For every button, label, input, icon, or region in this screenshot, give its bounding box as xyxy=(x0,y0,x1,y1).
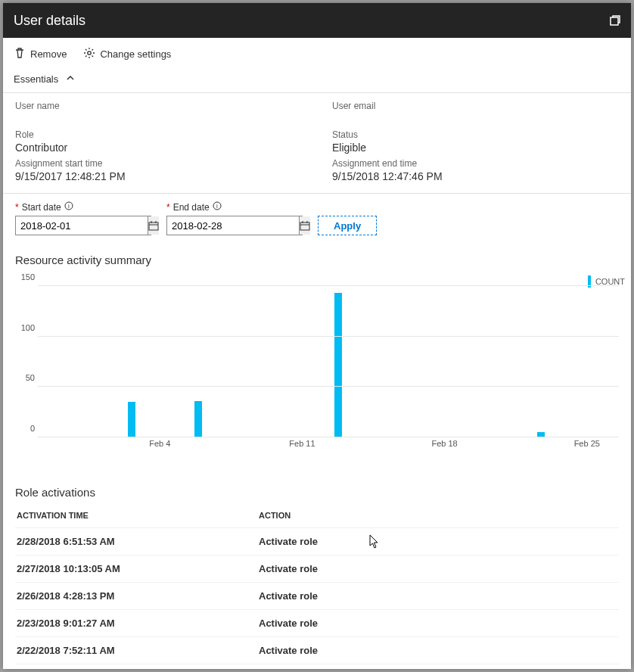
cell-activation-time: 2/27/2018 10:13:05 AM xyxy=(17,563,259,574)
grid-line xyxy=(38,336,619,337)
assignment-start-field: Assignment start time 9/15/2017 12:48:21… xyxy=(15,158,302,184)
change-settings-label: Change settings xyxy=(100,48,171,60)
status-label: Status xyxy=(332,129,619,140)
end-date-label: End date xyxy=(173,202,210,213)
chart-bars xyxy=(38,286,619,437)
chart-bar[interactable] xyxy=(334,293,342,437)
trash-icon xyxy=(14,47,26,61)
chevron-up-icon xyxy=(66,73,75,85)
status-value: Eligible xyxy=(332,142,619,154)
user-name-field: User name xyxy=(15,101,302,126)
chart-area: Feb 4Feb 11Feb 18Feb 25 050100150 xyxy=(15,278,619,437)
chart: COUNT Feb 4Feb 11Feb 18Feb 25 050100150 xyxy=(15,275,619,472)
cell-activation-time: 2/22/2018 7:52:11 AM xyxy=(17,645,259,656)
role-value: Contributor xyxy=(15,142,302,154)
y-axis-label: 100 xyxy=(15,323,35,332)
end-date-input[interactable] xyxy=(172,220,299,232)
activations-table: Activation time Action 2/28/2018 6:51:53… xyxy=(3,503,631,664)
gear-icon xyxy=(83,47,95,61)
titlebar: User details xyxy=(3,3,631,38)
required-asterisk: * xyxy=(15,202,19,213)
svg-text:i: i xyxy=(216,203,218,210)
user-email-label: User email xyxy=(332,101,619,111)
date-filter-row: *Start date i *End date i Apply xyxy=(3,194,631,240)
table-row[interactable]: 2/22/2018 7:52:11 AMActivate role xyxy=(15,637,619,664)
table-header: Activation time Action xyxy=(15,503,619,528)
remove-button[interactable]: Remove xyxy=(14,47,67,61)
assignment-start-value: 9/15/2017 12:48:21 PM xyxy=(15,170,302,182)
user-email-field: User email xyxy=(332,101,619,126)
essentials-label: Essentials xyxy=(14,73,58,85)
activations-title: Role activations xyxy=(3,472,631,503)
assignment-end-field: Assignment end time 9/15/2018 12:47:46 P… xyxy=(332,158,619,184)
x-axis-label: Feb 11 xyxy=(289,439,315,448)
info-icon[interactable]: i xyxy=(213,201,222,213)
role-field: Role Contributor xyxy=(15,129,302,155)
svg-rect-0 xyxy=(611,17,618,25)
end-date-field: *End date i xyxy=(166,201,303,235)
x-axis-label: Feb 25 xyxy=(574,439,600,448)
assignment-end-value: 9/15/2018 12:47:46 PM xyxy=(332,170,619,182)
restore-window-icon[interactable] xyxy=(610,15,620,26)
required-asterisk: * xyxy=(166,202,170,213)
cell-action: Activate role xyxy=(259,645,617,656)
role-label: Role xyxy=(15,129,302,140)
table-row[interactable]: 2/26/2018 4:28:13 PMActivate role xyxy=(15,583,619,610)
toolbar: Remove Change settings xyxy=(3,38,631,67)
remove-label: Remove xyxy=(30,48,67,60)
calendar-icon[interactable] xyxy=(148,216,159,235)
cell-activation-time: 2/26/2018 4:28:13 PM xyxy=(17,590,259,602)
essentials-body: User name User email Role Contributor St… xyxy=(3,93,631,194)
y-axis-label: 150 xyxy=(15,272,35,282)
svg-rect-4 xyxy=(149,222,158,230)
x-axis-label: Feb 18 xyxy=(431,439,457,448)
table-row[interactable]: 2/28/2018 6:51:53 AMActivate role xyxy=(15,528,619,555)
svg-text:i: i xyxy=(68,203,70,210)
grid-line xyxy=(38,386,619,387)
user-name-label: User name xyxy=(15,101,302,111)
change-settings-button[interactable]: Change settings xyxy=(83,47,171,61)
svg-point-1 xyxy=(88,51,91,54)
svg-rect-7 xyxy=(300,222,309,230)
y-axis-label: 50 xyxy=(15,373,35,382)
start-date-field: *Start date i xyxy=(15,201,151,235)
table-row[interactable]: 2/23/2018 9:01:27 AMActivate role xyxy=(15,610,619,637)
status-field: Status Eligible xyxy=(332,129,619,155)
grid-line xyxy=(38,285,619,286)
chart-bar[interactable] xyxy=(194,401,202,437)
y-axis-label: 0 xyxy=(15,424,35,433)
chart-bar[interactable] xyxy=(128,402,135,437)
cell-action: Activate role xyxy=(259,590,617,602)
cell-action: Activate role xyxy=(259,618,617,629)
apply-button[interactable]: Apply xyxy=(318,216,377,235)
start-date-input[interactable] xyxy=(20,220,148,232)
table-row[interactable]: 2/27/2018 10:13:05 AMActivate role xyxy=(15,555,619,583)
col-activation-time: Activation time xyxy=(17,511,259,520)
assignment-start-label: Assignment start time xyxy=(15,158,302,169)
cell-activation-time: 2/23/2018 9:01:27 AM xyxy=(17,618,259,629)
cell-activation-time: 2/28/2018 6:51:53 AM xyxy=(17,536,259,547)
start-date-input-wrap xyxy=(15,216,151,235)
col-action: Action xyxy=(259,511,617,520)
page-title: User details xyxy=(14,13,85,29)
user-details-panel: User details Remove Change settings Esse… xyxy=(3,3,631,669)
essentials-toggle[interactable]: Essentials xyxy=(3,67,631,93)
assignment-end-label: Assignment end time xyxy=(332,158,619,169)
cell-action: Activate role xyxy=(259,536,617,547)
x-axis-label: Feb 4 xyxy=(149,439,170,448)
grid-line xyxy=(38,437,619,437)
calendar-icon[interactable] xyxy=(299,216,310,235)
start-date-label: Start date xyxy=(22,202,61,213)
chart-x-ticks: Feb 4Feb 11Feb 18Feb 25 xyxy=(38,439,619,454)
chart-title: Resource activity summary xyxy=(3,240,631,271)
table-body: 2/28/2018 6:51:53 AMActivate role2/27/20… xyxy=(15,528,619,664)
cell-action: Activate role xyxy=(259,563,617,574)
end-date-input-wrap xyxy=(166,216,303,235)
info-icon[interactable]: i xyxy=(64,201,73,213)
